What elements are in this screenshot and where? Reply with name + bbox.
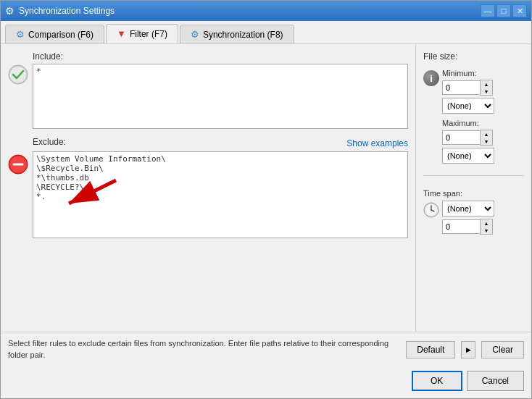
time-section: Time span: (None) Last hour Last day bbox=[423, 189, 524, 238]
cancel-button[interactable]: Cancel bbox=[467, 371, 524, 391]
include-input[interactable]: * bbox=[33, 64, 408, 129]
file-size-label: File size: bbox=[423, 51, 524, 62]
main-content: Include: * Exclude: Show examples bbox=[1, 44, 531, 332]
divider bbox=[423, 175, 524, 176]
info-icon: i bbox=[423, 70, 439, 86]
maximum-label: Maximum: bbox=[442, 119, 494, 127]
left-panel: Include: * Exclude: Show examples bbox=[1, 44, 415, 332]
maximum-unit-select[interactable]: (None) KB MB GB bbox=[442, 148, 494, 164]
clock-icon bbox=[423, 202, 439, 218]
tab-bar: ⚙ Comparison (F6) ▼ Filter (F7) ⚙ Synchr… bbox=[1, 21, 531, 44]
time-span-label: Time span: bbox=[423, 189, 524, 198]
clear-button[interactable]: Clear bbox=[481, 341, 524, 358]
title-bar: ⚙ Synchronization Settings — □ ✕ bbox=[1, 1, 531, 21]
footer: OK Cancel bbox=[1, 366, 531, 398]
maximum-spin-down[interactable]: ▼ bbox=[481, 138, 492, 145]
minimum-spinner[interactable]: ▲ ▼ bbox=[442, 80, 494, 96]
minimum-unit-select[interactable]: (None) KB MB GB bbox=[442, 98, 494, 114]
include-section: Include: * bbox=[8, 51, 408, 131]
comparison-tab-icon: ⚙ bbox=[16, 29, 25, 40]
svg-line-6 bbox=[69, 180, 116, 203]
maximum-spinner[interactable]: ▲ ▼ bbox=[442, 130, 494, 146]
time-fields: (None) Last hour Last day Last week ▲ ▼ bbox=[442, 201, 494, 235]
sync-tab-icon: ⚙ bbox=[191, 29, 199, 40]
default-button[interactable]: Default bbox=[406, 341, 455, 358]
arrow-area bbox=[33, 151, 408, 240]
svg-point-11 bbox=[431, 209, 432, 211]
right-panel: File size: i Minimum: ▲ ▼ (None) KB bbox=[415, 44, 531, 332]
tab-synchronization-label: Synchronization (F8) bbox=[203, 30, 283, 40]
time-span-select[interactable]: (None) Last hour Last day Last week bbox=[442, 201, 494, 217]
tab-comparison-label: Comparison (F6) bbox=[28, 30, 93, 40]
bottom-panel: Select filter rules to exclude certain f… bbox=[1, 332, 531, 366]
maximum-spinner-buttons: ▲ ▼ bbox=[480, 130, 493, 146]
close-button[interactable]: ✕ bbox=[512, 4, 527, 17]
minimum-value-input[interactable] bbox=[442, 80, 480, 95]
tab-synchronization[interactable]: ⚙ Synchronization (F8) bbox=[180, 25, 294, 43]
minimum-label: Minimum: bbox=[442, 69, 494, 77]
exclude-label: Exclude: bbox=[33, 137, 66, 147]
exclude-header: Exclude: Show examples bbox=[33, 137, 408, 149]
bottom-hint: Select filter rules to exclude certain f… bbox=[8, 338, 400, 361]
time-spinner[interactable]: ▲ ▼ bbox=[442, 219, 494, 235]
time-spin-up[interactable]: ▲ bbox=[481, 219, 492, 227]
red-arrow-indicator bbox=[54, 173, 120, 209]
minimum-group: i Minimum: ▲ ▼ (None) KB MB GB bbox=[423, 69, 524, 164]
time-spin-down[interactable]: ▼ bbox=[481, 227, 492, 234]
include-icon bbox=[8, 64, 28, 87]
minimum-spin-up[interactable]: ▲ bbox=[481, 80, 492, 88]
filter-tab-icon: ▼ bbox=[117, 28, 126, 39]
time-spinner-buttons: ▲ ▼ bbox=[480, 219, 493, 235]
time-value-input[interactable] bbox=[442, 219, 480, 234]
tab-comparison[interactable]: ⚙ Comparison (F6) bbox=[5, 25, 104, 43]
ok-button[interactable]: OK bbox=[412, 371, 462, 391]
main-window: ⚙ Synchronization Settings — □ ✕ ⚙ Compa… bbox=[0, 0, 532, 399]
tab-filter[interactable]: ▼ Filter (F7) bbox=[106, 24, 178, 43]
include-textarea-wrap: Include: * bbox=[33, 51, 408, 131]
window-controls: — □ ✕ bbox=[481, 4, 527, 17]
tab-filter-label: Filter (F7) bbox=[130, 29, 167, 39]
maximum-spin-up[interactable]: ▲ bbox=[481, 130, 492, 138]
time-span-group: (None) Last hour Last day Last week ▲ ▼ bbox=[423, 201, 524, 235]
hint-text: Select filter rules to exclude certain f… bbox=[8, 339, 388, 358]
title-icon: ⚙ bbox=[5, 5, 14, 17]
minimize-button[interactable]: — bbox=[481, 4, 495, 17]
maximize-button[interactable]: □ bbox=[496, 4, 511, 17]
include-label: Include: bbox=[33, 51, 408, 62]
window-title: Synchronization Settings bbox=[19, 6, 481, 16]
show-examples-link[interactable]: Show examples bbox=[346, 138, 408, 148]
exclude-icon bbox=[8, 154, 28, 177]
maximum-value-input[interactable] bbox=[442, 130, 480, 145]
minimum-spinner-buttons: ▲ ▼ bbox=[480, 80, 493, 96]
minimum-spin-down[interactable]: ▼ bbox=[481, 88, 492, 95]
default-dropdown-button[interactable]: ▶ bbox=[461, 341, 475, 358]
size-fields: Minimum: ▲ ▼ (None) KB MB GB Ma bbox=[442, 69, 494, 164]
exclude-section: Exclude: Show examples bbox=[8, 137, 408, 332]
exclude-textarea-wrap: Exclude: Show examples bbox=[33, 137, 408, 240]
